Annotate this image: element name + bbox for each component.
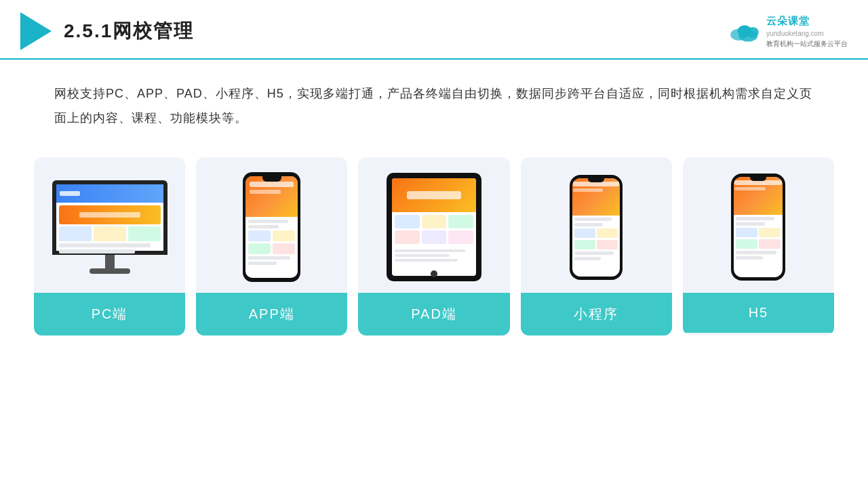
monitor-stand xyxy=(105,255,115,268)
svg-point-3 xyxy=(747,27,758,38)
phone-tall-notch-h5 xyxy=(750,177,766,181)
cloud-logo: 云朵课堂 yunduoketang.com 教育机构一站式服务云平台 xyxy=(727,14,848,49)
brand-subtitle: 教育机构一站式服务云平台 xyxy=(766,39,848,49)
phone-notch xyxy=(262,176,281,182)
phone-tall-top xyxy=(572,178,620,216)
cards-section: PC端 xyxy=(0,130,868,336)
description-section: 网校支持PC、APP、PAD、小程序、H5，实现多端打通，产品各终端自由切换，数… xyxy=(0,60,868,130)
tablet-home-btn xyxy=(431,270,437,277)
description-text: 网校支持PC、APP、PAD、小程序、H5，实现多端打通，产品各终端自由切换，数… xyxy=(54,81,814,130)
page-title: 2.5.1网校管理 xyxy=(64,18,194,44)
card-pc: PC端 xyxy=(34,157,185,336)
card-app-label: APP端 xyxy=(196,293,347,336)
phone-mockup-app xyxy=(243,172,300,282)
card-h5: H5 xyxy=(683,157,834,336)
card-pad-label: PAD端 xyxy=(358,293,509,336)
phone-miniapp xyxy=(570,175,623,280)
monitor-body xyxy=(52,180,167,255)
card-miniapp-label: 小程序 xyxy=(521,293,672,336)
card-app: APP端 xyxy=(196,157,347,336)
monitor-base xyxy=(90,268,130,274)
card-miniapp-image xyxy=(521,157,672,293)
brand-domain: yunduoketang.com xyxy=(766,28,848,39)
card-app-image xyxy=(196,157,347,293)
phone-screen xyxy=(245,176,298,278)
monitor-screen xyxy=(56,184,163,251)
tablet-screen-top xyxy=(392,178,476,212)
phone-tall-bottom xyxy=(572,216,620,262)
tablet-screen xyxy=(392,178,476,276)
triangle-logo xyxy=(20,12,52,50)
header: 2.5.1网校管理 云朵课堂 yunduoketang.com 教育机构一站式服… xyxy=(0,0,868,60)
phone-tall-notch xyxy=(588,178,604,182)
phone-tall-screen-h5 xyxy=(734,177,783,277)
logo-text: 云朵课堂 yunduoketang.com 教育机构一站式服务云平台 xyxy=(766,14,848,49)
card-h5-label: H5 xyxy=(683,293,834,333)
card-h5-image xyxy=(683,157,834,293)
card-pc-image xyxy=(34,157,185,293)
header-right: 云朵课堂 yunduoketang.com 教育机构一站式服务云平台 xyxy=(727,14,848,49)
brand-name: 云朵课堂 xyxy=(766,14,848,29)
phone-screen-top xyxy=(245,176,298,217)
phone-tall-top-h5 xyxy=(734,177,783,215)
phone-tall-screen xyxy=(572,178,620,277)
phone-h5 xyxy=(731,174,785,281)
tablet-grid xyxy=(392,212,476,247)
cloud-icon xyxy=(727,19,762,43)
card-pc-label: PC端 xyxy=(34,293,185,336)
header-left: 2.5.1网校管理 xyxy=(20,12,194,50)
card-pad-image xyxy=(358,157,509,293)
card-pad: PAD端 xyxy=(358,157,509,336)
tablet-mockup xyxy=(387,173,481,281)
card-miniapp: 小程序 xyxy=(521,157,672,336)
phone-tall-bottom-h5 xyxy=(734,215,783,262)
pc-monitor xyxy=(52,180,167,274)
phone-screen-bottom xyxy=(245,217,298,268)
